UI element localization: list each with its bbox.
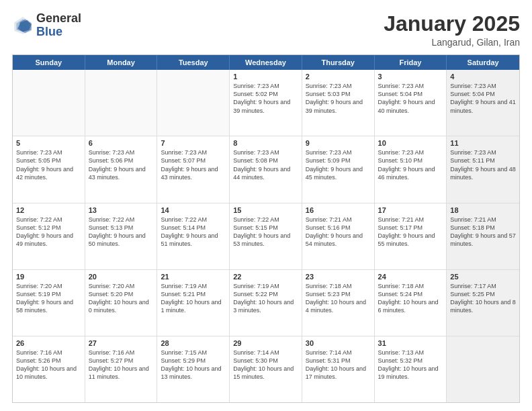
calendar-cell: 30Sunrise: 7:14 AMSunset: 5:31 PMDayligh… <box>302 336 375 402</box>
calendar-cell: 10Sunrise: 7:23 AMSunset: 5:10 PMDayligh… <box>375 136 447 202</box>
day-number: 30 <box>306 339 371 347</box>
calendar-cell <box>85 70 158 136</box>
month-title: January 2025 <box>384 12 520 36</box>
cell-info: Sunrise: 7:15 AMSunset: 5:29 PMDaylight:… <box>161 349 226 381</box>
day-number: 15 <box>233 206 298 214</box>
day-number: 8 <box>233 139 298 147</box>
cell-info: Sunrise: 7:22 AMSunset: 5:15 PMDaylight:… <box>233 216 298 248</box>
day-number: 27 <box>89 339 154 347</box>
calendar-cell: 19Sunrise: 7:20 AMSunset: 5:19 PMDayligh… <box>13 270 85 336</box>
day-number: 6 <box>89 139 154 147</box>
cell-info: Sunrise: 7:16 AMSunset: 5:27 PMDaylight:… <box>89 349 154 381</box>
calendar-cell: 29Sunrise: 7:14 AMSunset: 5:30 PMDayligh… <box>230 336 302 402</box>
calendar-cell: 15Sunrise: 7:22 AMSunset: 5:15 PMDayligh… <box>230 203 302 269</box>
header-day-wednesday: Wednesday <box>230 55 302 70</box>
cell-info: Sunrise: 7:20 AMSunset: 5:19 PMDaylight:… <box>16 282 81 315</box>
calendar-cell: 31Sunrise: 7:13 AMSunset: 5:32 PMDayligh… <box>375 336 447 402</box>
day-number: 25 <box>450 273 516 281</box>
day-number: 31 <box>378 339 443 347</box>
logo-text: General Blue <box>36 12 81 39</box>
logo-icon <box>12 15 34 36</box>
logo-blue-text: Blue <box>36 25 62 38</box>
calendar-cell: 13Sunrise: 7:22 AMSunset: 5:13 PMDayligh… <box>85 203 158 269</box>
cell-info: Sunrise: 7:23 AMSunset: 5:02 PMDaylight:… <box>233 82 298 115</box>
cell-info: Sunrise: 7:20 AMSunset: 5:20 PMDaylight:… <box>89 282 154 315</box>
cell-info: Sunrise: 7:23 AMSunset: 5:04 PMDaylight:… <box>378 82 443 115</box>
day-number: 22 <box>233 273 298 281</box>
calendar-cell: 21Sunrise: 7:19 AMSunset: 5:21 PMDayligh… <box>157 270 230 336</box>
calendar-header: SundayMondayTuesdayWednesdayThursdayFrid… <box>13 55 519 70</box>
calendar-cell: 12Sunrise: 7:22 AMSunset: 5:12 PMDayligh… <box>13 203 85 269</box>
header: General Blue January 2025 Langarud, Gila… <box>12 12 520 48</box>
day-number: 23 <box>306 273 371 281</box>
day-number: 26 <box>16 339 81 347</box>
header-day-friday: Friday <box>375 55 447 70</box>
day-number: 18 <box>450 206 516 214</box>
day-number: 13 <box>89 206 154 214</box>
day-number: 14 <box>161 206 226 214</box>
day-number: 9 <box>306 139 371 147</box>
logo-general-text: General <box>36 11 81 25</box>
calendar-cell: 2Sunrise: 7:23 AMSunset: 5:03 PMDaylight… <box>302 70 375 136</box>
day-number: 24 <box>378 273 443 281</box>
cell-info: Sunrise: 7:21 AMSunset: 5:16 PMDaylight:… <box>306 216 371 248</box>
calendar: SundayMondayTuesdayWednesdayThursdayFrid… <box>12 54 520 403</box>
calendar-cell: 5Sunrise: 7:23 AMSunset: 5:05 PMDaylight… <box>13 136 85 202</box>
calendar-cell: 6Sunrise: 7:23 AMSunset: 5:06 PMDaylight… <box>85 136 158 202</box>
calendar-cell: 3Sunrise: 7:23 AMSunset: 5:04 PMDaylight… <box>375 70 447 136</box>
calendar-row-1: 5Sunrise: 7:23 AMSunset: 5:05 PMDaylight… <box>13 136 519 203</box>
day-number: 4 <box>450 73 516 81</box>
cell-info: Sunrise: 7:23 AMSunset: 5:04 PMDaylight:… <box>450 82 516 115</box>
calendar-cell: 11Sunrise: 7:23 AMSunset: 5:11 PMDayligh… <box>447 136 519 202</box>
calendar-row-3: 19Sunrise: 7:20 AMSunset: 5:19 PMDayligh… <box>13 270 519 336</box>
day-number: 2 <box>306 73 371 81</box>
calendar-cell: 4Sunrise: 7:23 AMSunset: 5:04 PMDaylight… <box>447 70 519 136</box>
day-number: 11 <box>450 139 516 147</box>
calendar-row-4: 26Sunrise: 7:16 AMSunset: 5:26 PMDayligh… <box>13 336 519 402</box>
calendar-cell: 18Sunrise: 7:21 AMSunset: 5:18 PMDayligh… <box>447 203 519 269</box>
header-day-monday: Monday <box>85 55 158 70</box>
day-number: 16 <box>306 206 371 214</box>
calendar-row-2: 12Sunrise: 7:22 AMSunset: 5:12 PMDayligh… <box>13 203 519 270</box>
header-day-sunday: Sunday <box>13 55 85 70</box>
calendar-cell: 8Sunrise: 7:23 AMSunset: 5:08 PMDaylight… <box>230 136 302 202</box>
cell-info: Sunrise: 7:21 AMSunset: 5:18 PMDaylight:… <box>450 216 516 248</box>
calendar-cell: 20Sunrise: 7:20 AMSunset: 5:20 PMDayligh… <box>85 270 158 336</box>
day-number: 5 <box>16 139 81 147</box>
cell-info: Sunrise: 7:23 AMSunset: 5:06 PMDaylight:… <box>89 148 154 181</box>
calendar-cell: 26Sunrise: 7:16 AMSunset: 5:26 PMDayligh… <box>13 336 85 402</box>
cell-info: Sunrise: 7:23 AMSunset: 5:10 PMDaylight:… <box>378 148 443 181</box>
logo: General Blue <box>12 12 81 39</box>
cell-info: Sunrise: 7:17 AMSunset: 5:25 PMDaylight:… <box>450 282 516 315</box>
day-number: 12 <box>16 206 81 214</box>
day-number: 21 <box>161 273 226 281</box>
cell-info: Sunrise: 7:18 AMSunset: 5:23 PMDaylight:… <box>306 282 371 315</box>
cell-info: Sunrise: 7:18 AMSunset: 5:24 PMDaylight:… <box>378 282 443 315</box>
calendar-cell: 23Sunrise: 7:18 AMSunset: 5:23 PMDayligh… <box>302 270 375 336</box>
calendar-cell: 1Sunrise: 7:23 AMSunset: 5:02 PMDaylight… <box>230 70 302 136</box>
cell-info: Sunrise: 7:21 AMSunset: 5:17 PMDaylight:… <box>378 216 443 248</box>
day-number: 1 <box>233 73 298 81</box>
day-number: 17 <box>378 206 443 214</box>
header-day-saturday: Saturday <box>447 55 519 70</box>
day-number: 29 <box>233 339 298 347</box>
calendar-cell: 27Sunrise: 7:16 AMSunset: 5:27 PMDayligh… <box>85 336 158 402</box>
calendar-row-0: 1Sunrise: 7:23 AMSunset: 5:02 PMDaylight… <box>13 70 519 136</box>
calendar-cell: 17Sunrise: 7:21 AMSunset: 5:17 PMDayligh… <box>375 203 447 269</box>
cell-info: Sunrise: 7:23 AMSunset: 5:05 PMDaylight:… <box>16 148 81 181</box>
day-number: 28 <box>161 339 226 347</box>
calendar-cell <box>447 336 519 402</box>
page: General Blue January 2025 Langarud, Gila… <box>0 0 532 411</box>
calendar-cell: 28Sunrise: 7:15 AMSunset: 5:29 PMDayligh… <box>157 336 230 402</box>
day-number: 10 <box>378 139 443 147</box>
cell-info: Sunrise: 7:14 AMSunset: 5:31 PMDaylight:… <box>306 349 371 381</box>
calendar-cell <box>157 70 230 136</box>
day-number: 7 <box>161 139 226 147</box>
cell-info: Sunrise: 7:22 AMSunset: 5:12 PMDaylight:… <box>16 216 81 248</box>
calendar-cell: 16Sunrise: 7:21 AMSunset: 5:16 PMDayligh… <box>302 203 375 269</box>
cell-info: Sunrise: 7:13 AMSunset: 5:32 PMDaylight:… <box>378 349 443 381</box>
cell-info: Sunrise: 7:22 AMSunset: 5:13 PMDaylight:… <box>89 216 154 248</box>
header-day-thursday: Thursday <box>302 55 375 70</box>
calendar-cell: 24Sunrise: 7:18 AMSunset: 5:24 PMDayligh… <box>375 270 447 336</box>
calendar-cell: 22Sunrise: 7:19 AMSunset: 5:22 PMDayligh… <box>230 270 302 336</box>
